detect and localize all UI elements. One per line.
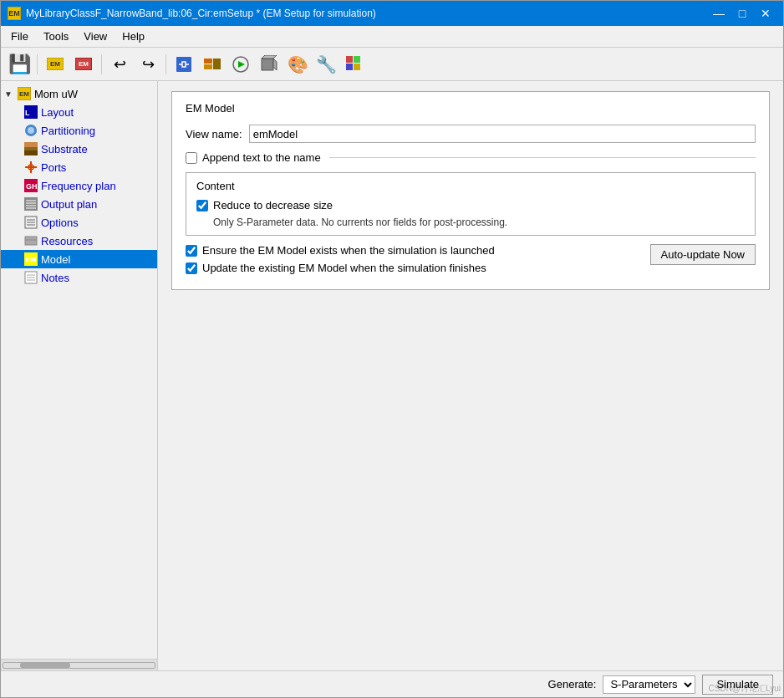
generate-select[interactable]: S-Parameters All None xyxy=(603,675,695,694)
svg-text:GHz: GHz xyxy=(26,182,38,191)
main-content: ▼ EM Mom uW L Layout Partitioning xyxy=(1,81,783,670)
sidebar-item-ports-label: Ports xyxy=(41,161,66,174)
undo-button[interactable]: ↩ xyxy=(106,52,133,77)
toolbar-separator-3 xyxy=(165,54,166,74)
ensure-checkboxes: Ensure the EM Model exists when the simu… xyxy=(186,244,650,279)
sidebar-scrollbar[interactable] xyxy=(1,659,157,670)
svg-marker-10 xyxy=(273,59,277,70)
ensure-label: Ensure the EM Model exists when the simu… xyxy=(202,244,495,257)
status-bar: Generate: S-Parameters All None Simulate xyxy=(1,670,783,697)
save-icon: 💾 xyxy=(8,53,31,75)
simulate-button[interactable]: Simulate xyxy=(702,675,773,695)
toolbar-separator-2 xyxy=(101,54,102,74)
append-text-checkbox[interactable] xyxy=(186,152,197,164)
update-checkbox[interactable] xyxy=(186,262,197,274)
svg-rect-0 xyxy=(176,57,191,72)
append-text-label: Append text to the name xyxy=(202,151,321,164)
sidebar-item-notes[interactable]: Notes xyxy=(1,268,157,287)
tree-root-label[interactable]: Mom uW xyxy=(34,88,78,100)
freq-tree-icon: GHz xyxy=(24,179,38,192)
update-label: Update the existing EM Model when the si… xyxy=(202,262,486,274)
maximize-button[interactable]: □ xyxy=(731,5,753,22)
substrate-tree-icon xyxy=(24,142,38,155)
palette-button[interactable] xyxy=(341,52,368,77)
menu-help[interactable]: Help xyxy=(115,28,151,45)
sidebar-item-frequency-plan[interactable]: GHz Frequency plan xyxy=(1,176,157,195)
close-button[interactable]: ✕ xyxy=(755,5,776,22)
save-button[interactable]: 💾 xyxy=(6,52,33,77)
schematic-icon xyxy=(175,55,193,74)
spectrum-button[interactable]: 🎨 xyxy=(284,52,311,77)
em-setup-icon: EM xyxy=(47,58,64,70)
menu-view[interactable]: View xyxy=(77,28,114,45)
right-panel: EM Model View name: Append text to the n… xyxy=(158,81,783,670)
tree-expand-icon: ▼ xyxy=(4,89,14,99)
reduce-checkbox[interactable] xyxy=(196,200,208,211)
svg-rect-5 xyxy=(204,64,212,69)
sidebar-item-options-label: Options xyxy=(41,217,79,229)
reduce-label: Reduce to decrease size xyxy=(213,199,333,211)
ports-tree-icon xyxy=(24,160,38,174)
svg-marker-11 xyxy=(262,55,277,59)
3d-button[interactable] xyxy=(256,52,283,77)
layout-icon xyxy=(203,55,221,74)
sidebar-item-resources[interactable]: Resources xyxy=(1,232,157,250)
sidebar-item-ports[interactable]: Ports xyxy=(1,158,157,176)
view-name-input[interactable] xyxy=(249,125,756,143)
auto-update-button[interactable]: Auto-update Now xyxy=(650,244,756,265)
palette-icon xyxy=(345,55,364,74)
reduce-row: Reduce to decrease size xyxy=(196,199,745,211)
toolbar-separator-1 xyxy=(37,54,38,74)
component-button[interactable]: 🔧 xyxy=(313,52,339,77)
svg-marker-8 xyxy=(238,61,245,68)
title-bar: EM MyLibraryClassF_NarrowBand_lib:06_Cir… xyxy=(1,1,783,26)
redo-button[interactable]: ↪ xyxy=(135,52,161,77)
scrollbar-thumb xyxy=(20,663,70,668)
menu-bar: File Tools View Help xyxy=(1,26,783,48)
svg-rect-14 xyxy=(346,64,353,70)
sidebar-item-layout[interactable]: L Layout xyxy=(1,103,157,121)
em-setup-button[interactable]: EM xyxy=(42,52,69,77)
app-icon: EM xyxy=(8,7,21,20)
run-icon xyxy=(232,55,250,74)
svg-text:L: L xyxy=(25,109,30,117)
svg-rect-9 xyxy=(262,59,273,70)
options-tree-icon xyxy=(24,216,38,229)
undo-icon: ↩ xyxy=(114,55,126,74)
ensure-row: Ensure the EM Model exists when the simu… xyxy=(186,244,650,257)
reduce-description: Only S-Parameter data. No currents nor f… xyxy=(213,217,745,228)
svg-rect-6 xyxy=(213,59,221,69)
run-button[interactable] xyxy=(227,52,254,77)
update-row: Update the existing EM Model when the si… xyxy=(186,262,650,274)
em-model-title: EM Model xyxy=(186,102,756,115)
partitioning-tree-icon xyxy=(24,124,38,137)
menu-file[interactable]: File xyxy=(4,28,35,45)
sidebar-item-layout-label: Layout xyxy=(41,106,74,119)
title-bar-left: EM MyLibraryClassF_NarrowBand_lib:06_Cir… xyxy=(8,7,376,20)
view-name-row: View name: xyxy=(186,125,756,143)
view-name-label: View name: xyxy=(186,128,242,140)
sidebar-item-options[interactable]: Options xyxy=(1,213,157,232)
menu-tools[interactable]: Tools xyxy=(37,28,75,45)
spectrum-icon: 🎨 xyxy=(288,54,308,74)
sidebar: ▼ EM Mom uW L Layout Partitioning xyxy=(1,81,158,670)
em-sim-button[interactable]: EM xyxy=(70,52,97,77)
schematic-button[interactable] xyxy=(171,52,197,77)
svg-rect-21 xyxy=(24,147,38,150)
sidebar-item-substrate[interactable]: Substrate xyxy=(1,140,157,158)
sidebar-item-output-plan[interactable]: Output plan xyxy=(1,195,157,213)
ensure-checkbox[interactable] xyxy=(186,245,197,257)
sidebar-item-model[interactable]: EM Model xyxy=(1,250,157,268)
resources-tree-icon xyxy=(24,234,38,247)
sidebar-item-partitioning[interactable]: Partitioning xyxy=(1,121,157,140)
minimize-button[interactable]: — xyxy=(708,5,730,22)
generate-label: Generate: xyxy=(548,678,597,690)
layout-button[interactable] xyxy=(199,52,226,77)
svg-rect-28 xyxy=(24,197,38,211)
tree-container: ▼ EM Mom uW L Layout Partitioning xyxy=(1,81,157,659)
notes-tree-icon xyxy=(24,271,38,284)
ensure-row-container: Ensure the EM Model exists when the simu… xyxy=(186,244,756,279)
append-text-row: Append text to the name xyxy=(186,151,756,164)
tree-root: ▼ EM Mom uW xyxy=(1,84,157,103)
window-title: MyLibraryClassF_NarrowBand_lib:06_Cir:em… xyxy=(26,8,376,19)
